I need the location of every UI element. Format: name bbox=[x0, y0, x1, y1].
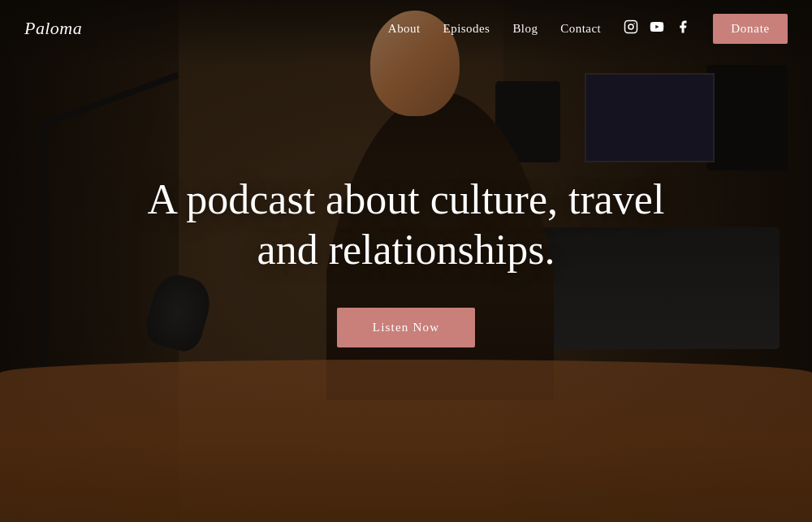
hero-section: Paloma About Episodes Blog Contact bbox=[0, 0, 812, 522]
facebook-icon[interactable] bbox=[676, 19, 690, 38]
donate-button[interactable]: Donate bbox=[713, 14, 788, 44]
svg-rect-0 bbox=[625, 20, 637, 32]
youtube-icon[interactable] bbox=[650, 19, 664, 38]
social-icons bbox=[624, 19, 690, 38]
listen-now-button[interactable]: Listen Now bbox=[337, 308, 475, 347]
hero-headline: A podcast about culture, travel and rela… bbox=[130, 175, 682, 276]
navigation: Paloma About Episodes Blog Contact bbox=[0, 0, 812, 57]
nav-link-episodes[interactable]: Episodes bbox=[443, 22, 490, 36]
nav-link-about[interactable]: About bbox=[388, 22, 421, 36]
nav-link-blog[interactable]: Blog bbox=[512, 22, 538, 36]
svg-point-2 bbox=[634, 23, 636, 24]
nav-right: About Episodes Blog Contact bbox=[388, 14, 788, 44]
nav-link-contact[interactable]: Contact bbox=[560, 22, 601, 36]
svg-point-1 bbox=[628, 24, 633, 29]
hero-content: A podcast about culture, travel and rela… bbox=[130, 175, 682, 348]
instagram-icon[interactable] bbox=[624, 19, 638, 38]
site-logo[interactable]: Paloma bbox=[24, 18, 82, 39]
